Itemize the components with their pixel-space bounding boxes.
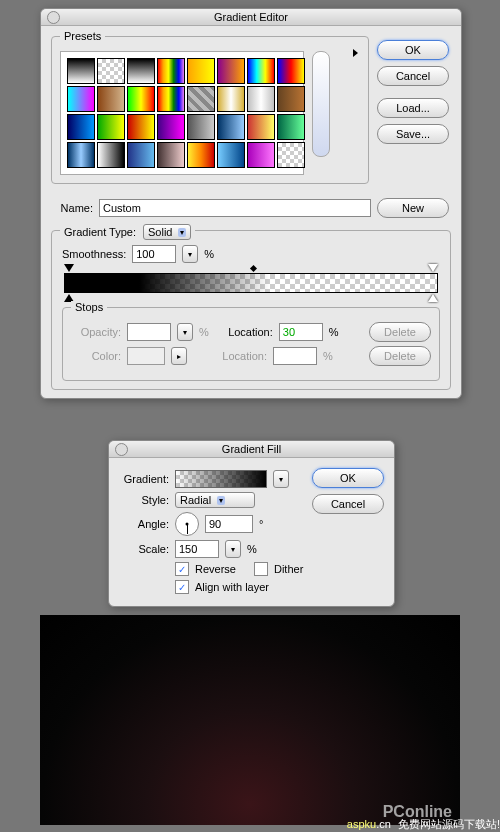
preset-swatch[interactable]: [97, 142, 125, 168]
presets-group: Presets: [51, 36, 369, 184]
ok-button[interactable]: OK: [312, 468, 384, 488]
location-input-1[interactable]: [279, 323, 323, 341]
new-button[interactable]: New: [377, 198, 449, 218]
preset-swatch[interactable]: [97, 58, 125, 84]
preset-swatch[interactable]: [247, 142, 275, 168]
save-button[interactable]: Save...: [377, 124, 449, 144]
preset-swatch[interactable]: [157, 142, 185, 168]
reverse-checkbox[interactable]: ✓: [175, 562, 189, 576]
preset-swatch[interactable]: [157, 114, 185, 140]
angle-label: Angle:: [117, 518, 169, 530]
delete-opacity-stop-button[interactable]: Delete: [369, 322, 431, 342]
percent-label: %: [323, 350, 333, 362]
dither-label: Dither: [274, 563, 303, 575]
color-label: Color:: [71, 350, 121, 362]
smoothness-input[interactable]: [132, 245, 176, 263]
preset-swatch[interactable]: [127, 86, 155, 112]
reverse-label: Reverse: [195, 563, 236, 575]
dither-checkbox[interactable]: [254, 562, 268, 576]
preset-swatch[interactable]: [217, 58, 245, 84]
preset-swatch[interactable]: [217, 86, 245, 112]
opacity-stepper-icon[interactable]: ▾: [177, 323, 193, 341]
scrollbar[interactable]: [312, 51, 330, 157]
opacity-stop-left[interactable]: [64, 264, 74, 272]
location-label-2: Location:: [209, 350, 267, 362]
angle-input[interactable]: [205, 515, 253, 533]
titlebar[interactable]: Gradient Fill: [109, 441, 394, 458]
preset-swatch[interactable]: [127, 142, 155, 168]
close-icon[interactable]: [47, 11, 60, 24]
stops-label: Stops: [71, 301, 107, 313]
preset-swatch[interactable]: [187, 58, 215, 84]
location-input-2[interactable]: [273, 347, 317, 365]
footer: aspku.cn 免费网站源码下载站!: [0, 817, 500, 832]
percent-label: %: [199, 326, 209, 338]
gradient-dropdown-icon[interactable]: ▾: [273, 470, 289, 488]
preset-swatch[interactable]: [67, 86, 95, 112]
delete-color-stop-button[interactable]: Delete: [369, 346, 431, 366]
midpoint-icon[interactable]: [250, 265, 257, 272]
ok-button[interactable]: OK: [377, 40, 449, 60]
smoothness-label: Smoothness:: [62, 248, 126, 260]
load-button[interactable]: Load...: [377, 98, 449, 118]
gradient-preview[interactable]: [175, 470, 267, 488]
right-buttons: OK Cancel Load... Save...: [373, 26, 461, 190]
presets-label: Presets: [60, 30, 105, 42]
location-label: Location:: [215, 326, 273, 338]
scale-input[interactable]: [175, 540, 219, 558]
preset-swatch[interactable]: [127, 58, 155, 84]
style-select[interactable]: Radial: [175, 492, 255, 508]
titlebar[interactable]: Gradient Editor: [41, 9, 461, 26]
presets-menu-icon[interactable]: [353, 49, 358, 57]
preset-swatch[interactable]: [277, 86, 305, 112]
opacity-label: Opacity:: [71, 326, 121, 338]
preset-swatch[interactable]: [187, 114, 215, 140]
gradient-bar[interactable]: [64, 273, 438, 293]
color-picker-icon[interactable]: ▸: [171, 347, 187, 365]
preset-swatch[interactable]: [247, 114, 275, 140]
opacity-stop-right[interactable]: [428, 264, 438, 272]
preset-swatch[interactable]: [277, 114, 305, 140]
smoothness-stepper-icon[interactable]: ▾: [182, 245, 198, 263]
percent-label: %: [329, 326, 339, 338]
preset-swatch[interactable]: [187, 86, 215, 112]
name-input[interactable]: [99, 199, 371, 217]
preset-swatch[interactable]: [247, 86, 275, 112]
cancel-button[interactable]: Cancel: [377, 66, 449, 86]
style-label: Style:: [117, 494, 169, 506]
site-link[interactable]: aspku: [347, 818, 376, 830]
type-row: Gradient Type: Solid: [60, 224, 195, 240]
preset-swatch[interactable]: [187, 142, 215, 168]
name-label: Name:: [53, 202, 93, 214]
degree-label: °: [259, 518, 263, 530]
opacity-input[interactable]: [127, 323, 171, 341]
scale-stepper-icon[interactable]: ▾: [225, 540, 241, 558]
cancel-button[interactable]: Cancel: [312, 494, 384, 514]
preset-swatch[interactable]: [157, 86, 185, 112]
preset-swatch[interactable]: [277, 58, 305, 84]
preset-swatch[interactable]: [67, 142, 95, 168]
scale-label: Scale:: [117, 543, 169, 555]
dialog-title: Gradient Editor: [214, 11, 288, 23]
color-swatch[interactable]: [127, 347, 165, 365]
preset-swatch[interactable]: [97, 114, 125, 140]
dialog-title: Gradient Fill: [222, 443, 281, 455]
angle-dial[interactable]: [175, 512, 199, 536]
preset-swatch[interactable]: [127, 114, 155, 140]
close-icon[interactable]: [115, 443, 128, 456]
type-label: Gradient Type:: [64, 226, 136, 238]
preset-swatch[interactable]: [217, 142, 245, 168]
gradient-fill-dialog: Gradient Fill Gradient: ▾ Style: Radial …: [108, 440, 395, 607]
preset-swatch[interactable]: [67, 58, 95, 84]
preset-swatch[interactable]: [277, 142, 305, 168]
preset-swatch[interactable]: [247, 58, 275, 84]
type-select[interactable]: Solid: [143, 224, 191, 240]
gradient-type-group: Gradient Type: Solid Smoothness: ▾ % Sto…: [51, 230, 451, 390]
preset-swatch[interactable]: [67, 114, 95, 140]
preset-swatch[interactable]: [157, 58, 185, 84]
align-checkbox[interactable]: ✓: [175, 580, 189, 594]
preset-swatch[interactable]: [217, 114, 245, 140]
preset-swatch[interactable]: [97, 86, 125, 112]
align-label: Align with layer: [195, 581, 269, 593]
color-stop-right[interactable]: [428, 294, 438, 302]
